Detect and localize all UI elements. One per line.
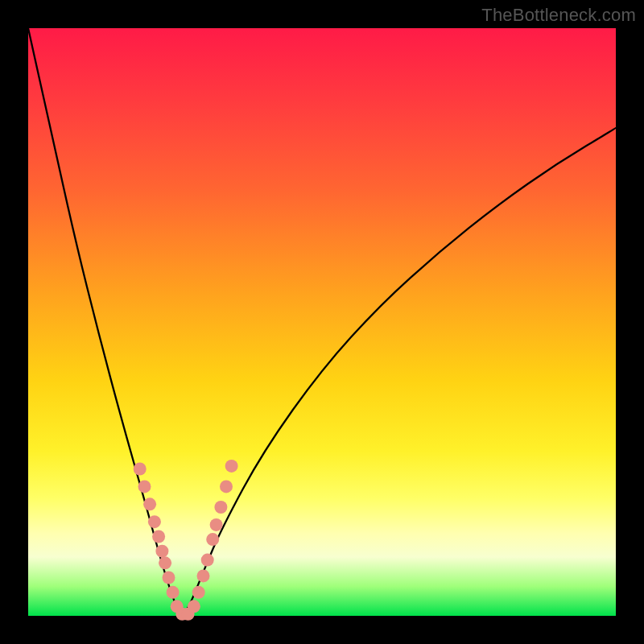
watermark-text: TheBottleneck.com [481,5,636,26]
chart-frame: TheBottleneck.com [0,0,644,644]
curve-marker-dot [210,518,223,531]
curve-marker-dot [214,501,227,514]
curve-marker-dot [225,460,238,473]
curve-marker-dot [152,530,165,543]
curve-markers [134,460,238,621]
curve-layer [28,28,616,616]
bottleneck-curve [28,28,616,614]
curve-marker-dot [148,515,161,528]
curve-marker-dot [201,554,214,567]
curve-marker-dot [188,600,200,613]
curve-marker-dot [159,556,171,569]
curve-marker-dot [192,586,205,599]
curve-marker-dot [206,533,219,546]
curve-marker-dot [134,463,147,476]
curve-marker-dot [167,586,180,599]
curve-marker-dot [138,480,151,493]
curve-marker-dot [155,545,168,558]
curve-marker-dot [197,569,210,582]
curve-marker-dot [163,572,175,584]
curve-marker-dot [143,497,156,510]
curve-marker-dot [220,480,233,493]
plot-area [28,28,616,616]
